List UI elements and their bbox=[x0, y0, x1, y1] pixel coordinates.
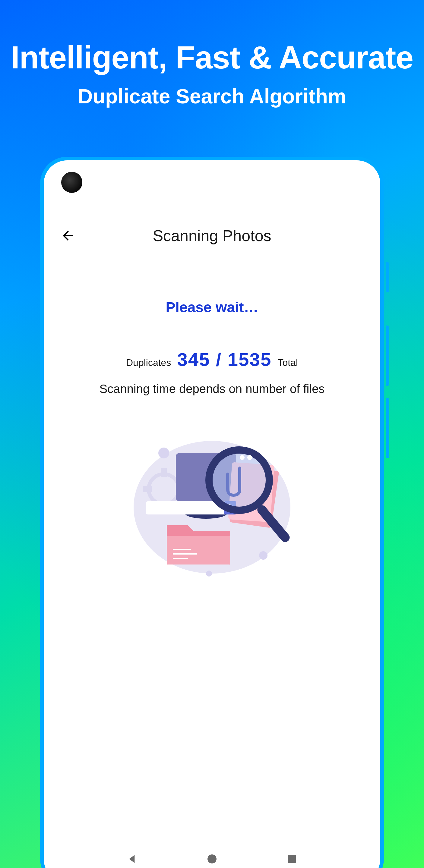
total-label: Total bbox=[277, 357, 298, 368]
svg-point-23 bbox=[240, 455, 245, 460]
app-header: Scanning Photos bbox=[44, 160, 380, 251]
duplicates-label: Duplicates bbox=[126, 357, 171, 368]
svg-rect-16 bbox=[167, 536, 230, 564]
progress-row: Duplicates 345 / 1535 Total bbox=[44, 349, 380, 370]
info-text: Scanning time depends on number of files bbox=[44, 382, 380, 396]
promo-banner: Intelligent, Fast & Accurate Duplicate S… bbox=[0, 0, 424, 108]
svg-point-2 bbox=[259, 551, 268, 560]
progress-counter: 345 / 1535 bbox=[177, 349, 271, 370]
svg-point-25 bbox=[206, 570, 212, 577]
phone-mockup: Scanning Photos Please wait… Duplicates … bbox=[40, 157, 384, 868]
triangle-back-icon bbox=[126, 853, 138, 865]
wait-label: Please wait… bbox=[44, 299, 380, 315]
svg-point-26 bbox=[208, 855, 216, 864]
square-recent-icon bbox=[286, 853, 298, 865]
svg-rect-6 bbox=[143, 486, 152, 492]
nav-recent-button[interactable] bbox=[283, 850, 300, 867]
svg-point-1 bbox=[158, 447, 169, 458]
camera-cutout bbox=[61, 172, 82, 193]
circle-home-icon bbox=[206, 853, 218, 865]
android-nav-bar bbox=[44, 850, 380, 867]
page-title: Scanning Photos bbox=[59, 227, 365, 245]
svg-rect-4 bbox=[161, 468, 167, 477]
svg-rect-27 bbox=[288, 855, 296, 863]
promo-subtitle: Duplicate Search Algorithm bbox=[0, 84, 424, 108]
svg-point-24 bbox=[247, 455, 252, 460]
promo-title: Intelligent, Fast & Accurate bbox=[0, 39, 424, 76]
nav-back-button[interactable] bbox=[124, 850, 141, 867]
nav-home-button[interactable] bbox=[204, 850, 220, 867]
scanning-illustration bbox=[127, 429, 297, 586]
